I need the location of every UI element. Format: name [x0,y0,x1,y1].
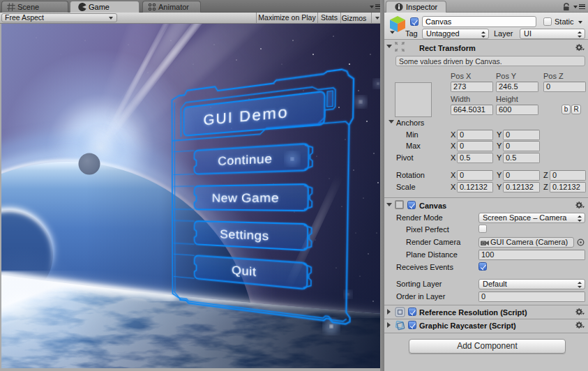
menu-title-label: GUI Demo [203,102,289,128]
graphic-raycaster-checkbox[interactable] [408,321,416,329]
pivot-x-field[interactable]: 0.5 [457,153,493,163]
blueprint-mode-button[interactable]: b [561,105,571,114]
pos-y-label: Pos Y [496,70,516,82]
aspect-dropdown[interactable]: Free Aspect [1,13,117,22]
graphic-raycaster-foldout[interactable] [387,322,391,328]
rotation-y-field[interactable]: 0 [503,170,540,181]
new-game-button[interactable]: New Game [194,184,308,211]
pane-menu-arrow-icon [573,6,578,8]
anchors-foldout[interactable] [389,120,394,123]
scale-z-field[interactable]: 0.12132 [550,182,586,192]
tag-dropdown[interactable]: Untagged [422,29,489,39]
tab-inspector[interactable]: Inspector [386,1,446,13]
add-component-button[interactable]: Add Component [409,339,566,354]
width-label: Width [451,93,470,105]
tab-animator[interactable]: Animator [142,1,201,13]
tag-value: Untagged [426,29,460,38]
scale-y-field[interactable]: 0.12132 [503,182,540,192]
tag-label: Tag [405,28,418,39]
pos-x-field[interactable]: 273 [451,82,493,92]
graphic-raycaster-icon [395,320,405,331]
anchors-label: Anchors [396,117,424,128]
pivot-y-field[interactable]: 0.5 [503,153,540,163]
sorting-layer-updown-icon [577,282,582,288]
graphic-raycaster-gear-icon[interactable] [575,321,586,329]
min-y-field[interactable]: 0 [503,130,540,140]
animator-icon [148,3,156,11]
reference-resolution-checkbox[interactable] [408,308,416,316]
object-picker-icon[interactable] [577,238,585,246]
pixel-perfect-checkbox[interactable] [478,225,487,233]
render-camera-field[interactable]: GUI Camera (Camera) [478,237,574,248]
rotation-x-axis-label: X [451,169,455,181]
layer-label: Layer [494,28,513,39]
gameobject-cube-icon[interactable] [389,15,407,34]
rect-transform-foldout[interactable] [386,45,392,48]
min-x-field[interactable]: 0 [457,130,493,140]
width-field[interactable]: 664.5031 [451,105,493,115]
layer-dropdown[interactable]: UI [520,29,585,39]
reference-resolution-gear-icon[interactable] [575,308,586,316]
small-moon [79,153,100,175]
scale-x-field[interactable]: 0.12132 [457,182,493,192]
stats-button[interactable]: Stats [317,13,340,23]
rect-transform-gear-icon[interactable] [575,43,586,52]
layer-updown-icon [577,31,582,38]
separator [384,197,588,198]
canvas-gear-icon[interactable] [575,201,586,209]
max-y-field[interactable]: 0 [503,141,540,151]
render-camera-value: GUI Camera (Camera) [490,238,568,246]
rotation-z-field[interactable]: 0 [550,170,586,181]
render-mode-value: Screen Space – Camera [483,213,566,222]
static-checkbox[interactable] [543,17,552,26]
canvas-icon [395,200,404,209]
plane-distance-field[interactable]: 100 [478,250,585,260]
unity-editor: Scene Game Animator [0,0,588,371]
game-toolbar: Free Aspect Maximize on Play Stats Gizmo… [0,13,384,24]
reference-resolution-icon [395,307,405,317]
height-field[interactable]: 600 [496,105,538,115]
game-toolbar-buttons: Maximize on Play Stats Gizmos [256,13,380,23]
raw-mode-button[interactable]: R [571,105,581,114]
render-camera-label: Render Camera [406,236,460,248]
scale-y-axis-label: Y [497,181,502,192]
maximize-on-play-button[interactable]: Maximize on Play [256,13,317,23]
tab-game[interactable]: Game [70,1,140,13]
pane-menu-arrow-icon [370,6,374,8]
pos-y-field[interactable]: 246.5 [496,82,538,92]
scale-x-axis-label: X [451,181,455,192]
separator [384,305,588,305]
gizmos-button[interactable]: Gizmos [340,13,380,23]
inspector-tabbar: Inspector [384,0,588,13]
pivot-label: Pivot [396,152,413,163]
active-checkbox[interactable] [410,17,419,26]
info-icon [395,3,403,11]
render-mode-updown-icon [577,215,582,222]
rotation-x-field[interactable]: 0 [457,170,493,181]
inspector-pane-menu-icon[interactable] [573,4,585,9]
min-y-axis-label: Y [497,129,502,140]
order-in-layer-field[interactable]: 0 [478,292,585,302]
sorting-layer-dropdown[interactable]: Default [478,279,585,289]
reference-resolution-foldout[interactable] [387,309,391,315]
static-dropdown-arrow-icon[interactable] [578,21,582,24]
max-x-field[interactable]: 0 [457,141,493,151]
left-tabbar: Scene Game Animator [0,0,384,13]
driven-notice: Some values driven by Canvas. [395,56,585,66]
receives-events-checkbox[interactable] [478,262,487,271]
tab-scene[interactable]: Scene [1,1,68,13]
canvas-enabled-checkbox[interactable] [407,201,416,209]
aspect-dropdown-value: Free Aspect [5,13,44,22]
lock-icon[interactable] [563,3,571,11]
render-mode-dropdown[interactable]: Screen Space – Camera [478,213,585,223]
reference-resolution-title: Reference Resolution (Script) [419,307,527,318]
tag-updown-icon [481,31,485,38]
pane-menu-burger-icon [579,4,585,9]
scale-z-axis-label: Z [543,181,548,192]
scene-grid-icon [7,3,15,11]
object-name-field[interactable]: Canvas [422,16,536,27]
pos-x-label: Pos X [451,70,471,82]
separator [384,333,588,333]
canvas-foldout[interactable] [386,203,392,206]
pos-z-field[interactable]: 0 [543,82,586,92]
